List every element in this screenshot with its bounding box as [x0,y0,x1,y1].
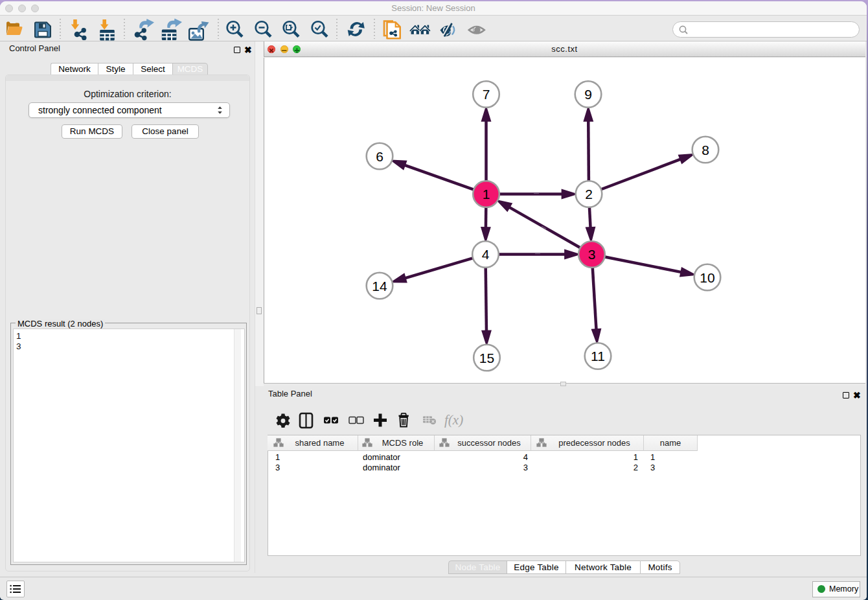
svg-text:7: 7 [483,87,490,102]
svg-text:4: 4 [482,247,490,262]
svg-text:1: 1 [483,187,490,202]
svg-text:6: 6 [376,149,383,164]
svg-text:3: 3 [588,247,596,262]
svg-text:14: 14 [372,279,387,294]
svg-text:2: 2 [585,187,593,202]
svg-text:f(x): f(x) [444,412,463,428]
svg-text:10: 10 [700,270,714,285]
svg-text:9: 9 [584,87,592,102]
svg-text:15: 15 [479,351,494,365]
svg-text:8: 8 [702,143,709,157]
svg-text:11: 11 [591,349,605,363]
